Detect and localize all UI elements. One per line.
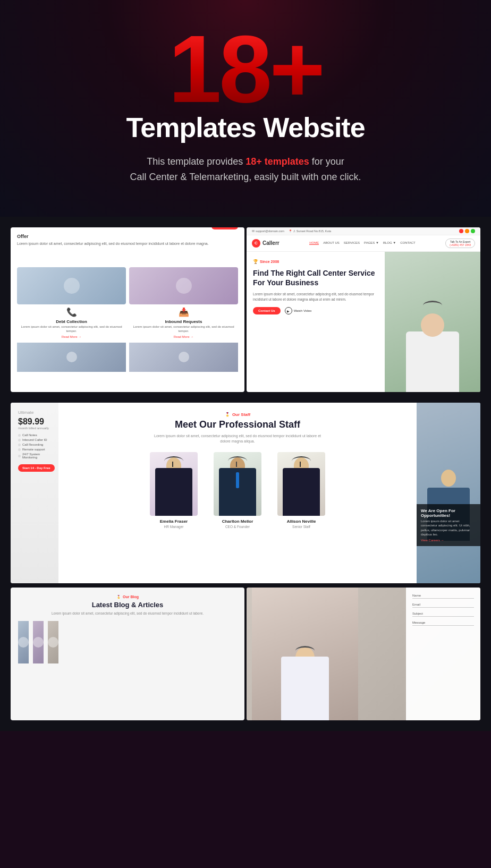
- dot-green: [471, 229, 475, 233]
- plan-price: $89.99: [18, 417, 51, 427]
- plan-label: Ultimate: [18, 410, 51, 415]
- hero-description: This template provides 18+ templates for…: [11, 154, 480, 185]
- dot-orange: [465, 229, 469, 233]
- bottom-cards: 🎖️ Our Blog Latest Blog & Articles Lorem…: [0, 585, 491, 731]
- service1-desc: Lorem ipsum dolor sit amet, consectetur …: [17, 325, 126, 334]
- topbar-address: 📍 J. Sunset Road No.815, Kuta: [289, 229, 331, 233]
- staff-members-list: Emelia Fraser HR Manager: [71, 452, 404, 529]
- view-careers-link[interactable]: View Careers →: [421, 539, 476, 542]
- staff-member-3: Allison Neville Senior Staff: [275, 452, 328, 529]
- staff-section-wrapper: Ultimate $89.99 /month billed annually C…: [0, 403, 491, 585]
- nav-about[interactable]: ABOUT US: [323, 241, 340, 245]
- service2-icon: 📥: [129, 307, 238, 317]
- feature-item: Call Notes: [18, 433, 51, 438]
- watch-video-button[interactable]: ▶ Watch Video: [285, 307, 312, 314]
- form-label-email: Email: [412, 603, 474, 606]
- blog-heading: Latest Blog & Articles: [18, 601, 237, 609]
- staff-name-3: Allison Neville: [275, 519, 328, 524]
- hero-section: 18+ Templates Website This template prov…: [0, 0, 491, 217]
- since-icon: 🏆: [253, 259, 258, 264]
- blog-icon: 🎖️: [116, 595, 121, 599]
- contact-us-button[interactable]: Contact Us: [253, 307, 281, 314]
- contact-form: Name Email Subject Message: [406, 588, 480, 720]
- pricing-panel: Ultimate $89.99 /month billed annually C…: [11, 403, 58, 583]
- template-card-contact-form: Name Email Subject Message: [247, 588, 480, 720]
- form-label-name: Name: [412, 594, 474, 597]
- logo-text: Callerr: [263, 240, 280, 246]
- staff-role-3: Senior Staff: [275, 525, 328, 529]
- staff-member-2: Charlton Mellor CEO & Founder: [211, 452, 264, 529]
- location-icon: 📍: [289, 229, 292, 233]
- callerr-heading: Find The Right Call Center Service For Y…: [253, 268, 378, 287]
- nav-contact[interactable]: CONTACT: [400, 241, 416, 245]
- all-services-button[interactable]: All Services: [211, 227, 238, 229]
- templates-grid: Offer Lorem ipsum dolor sit amet, consec…: [0, 217, 491, 403]
- hero-desc-highlight: 18+ templates: [246, 156, 309, 167]
- form-field-name: Name: [412, 594, 474, 599]
- staff-photo-2: [214, 452, 261, 516]
- template-card-services: Offer Lorem ipsum dolor sit amet, consec…: [11, 227, 244, 392]
- callerr-topbar: ✉ support@domain.com 📍 J. Sunset Road No…: [247, 227, 480, 235]
- start-trial-button[interactable]: Start 14 - Day Free: [18, 464, 55, 472]
- dot-red: [459, 229, 463, 233]
- blog-posts-list: [18, 621, 237, 663]
- form-input-subject[interactable]: [412, 616, 474, 617]
- hero-title: Templates Website: [11, 112, 480, 143]
- service2-desc: Lorem ipsum dolor sit amet, consectetur …: [129, 325, 238, 334]
- service-item-1: 📞 Debt Collection Lorem ipsum dolor sit …: [17, 267, 126, 338]
- staff-name-2: Charlton Mellor: [211, 519, 264, 524]
- staff-role-2: CEO & Founder: [211, 525, 264, 529]
- service1-icon: 📞: [17, 307, 126, 317]
- callerr-logo: C Callerr: [252, 239, 280, 248]
- blog-post-img-1: [18, 621, 29, 663]
- form-input-name[interactable]: [412, 598, 474, 599]
- nav-cta-button[interactable]: Talk To An Expert (+6281) 457 1843: [445, 239, 475, 248]
- nav-dots-container: [459, 229, 475, 233]
- template-card-staff: Ultimate $89.99 /month billed annually C…: [11, 403, 480, 583]
- staff-desc: Lorem ipsum dolor sit amet, consectetur …: [153, 433, 323, 445]
- feature-item: 24/7 System Monitoring: [18, 452, 51, 460]
- nav-pages[interactable]: PAGES ▼: [364, 241, 379, 245]
- our-staff-label: 🎖️ Our Staff: [71, 412, 404, 417]
- form-label-subject: Subject: [412, 612, 474, 615]
- blog-post-img-3: [48, 621, 58, 663]
- opportunities-panel: We Are Open For Opportunities! Lorem ips…: [417, 403, 480, 583]
- callerr-hero-image: [385, 252, 480, 392]
- service2-read-more[interactable]: Read More →: [129, 335, 238, 338]
- template-card-blog: 🎖️ Our Blog Latest Blog & Articles Lorem…: [11, 588, 244, 720]
- plan-features-list: Call Notes Inbound Caller ID Call Record…: [18, 433, 51, 460]
- service2-title: Inbound Requests: [129, 319, 238, 324]
- nav-blog[interactable]: BLOG ▼: [383, 241, 396, 245]
- blog-desc: Lorem ipsum dolor sit amet, consectetur …: [18, 611, 237, 616]
- open-desc: Lorem ipsum dolor sit amet consectetur a…: [421, 519, 476, 537]
- since-badge: 🏆 Since 2008: [253, 259, 378, 264]
- bottom-image-2: [129, 343, 238, 372]
- staff-icon: 🎖️: [225, 412, 230, 417]
- topbar-email: ✉ support@domain.com: [252, 229, 284, 233]
- blog-post-img-2: [33, 621, 44, 663]
- blog-post-1: [18, 621, 29, 663]
- feature-item: Inbound Caller ID: [18, 438, 51, 442]
- service1-title: Debt Collection: [17, 319, 126, 324]
- email-icon: ✉: [252, 229, 255, 233]
- nav-home[interactable]: HOME: [309, 241, 319, 245]
- staff-role-1: HR Manager: [147, 525, 200, 529]
- service1-read-more[interactable]: Read More →: [17, 335, 126, 338]
- form-field-message: Message: [412, 621, 474, 636]
- nav-services[interactable]: SERVICES: [344, 241, 360, 245]
- blog-post-2: [33, 621, 44, 663]
- form-label-message: Message: [412, 621, 474, 624]
- callerr-content: 🏆 Since 2008 Find The Right Call Center …: [247, 252, 385, 392]
- callerr-body: 🏆 Since 2008 Find The Right Call Center …: [247, 252, 480, 392]
- feature-item: Remote support: [18, 447, 51, 452]
- nav-cta-label: Talk To An Expert: [450, 240, 471, 243]
- nav-links: HOME ABOUT US SERVICES PAGES ▼ BLOG ▼ CO…: [309, 241, 415, 245]
- services-desc: Lorem ipsum dolor sit amet, consectetur …: [17, 241, 209, 246]
- open-badge: We Are Open For Opportunities! Lorem ips…: [417, 504, 480, 546]
- staff-photo-3: [277, 452, 325, 516]
- offer-label: Offer: [17, 234, 209, 239]
- staff-heading: Meet Our Professional Staff: [71, 419, 404, 430]
- nav-phone: (+6281) 457 1843: [450, 243, 471, 246]
- form-input-email[interactable]: [412, 607, 474, 608]
- open-title: We Are Open For Opportunities!: [421, 508, 476, 518]
